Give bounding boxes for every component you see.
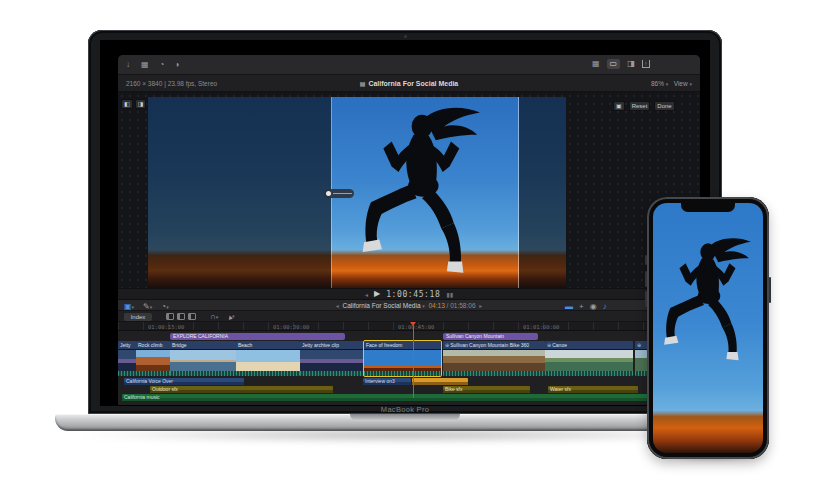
clip-thumbnail <box>443 350 545 371</box>
playhead[interactable] <box>413 322 414 398</box>
view-caret-icon: ▾ <box>689 81 692 87</box>
clip-audio-waveform <box>545 371 633 376</box>
timeline-clip[interactable]: Jetty archive clip <box>300 341 364 376</box>
timeline-nav: ◂ California For Social Media ▾ 04:13 / … <box>118 302 700 309</box>
globe-360-icon: ⊕ <box>445 342 449 348</box>
crop-mode-icon[interactable]: ▣ <box>613 101 625 111</box>
compare-left-icon[interactable]: ◧ <box>121 99 133 109</box>
background-tasks-icon[interactable]: ◔ <box>160 60 165 70</box>
timeline-clip[interactable]: ⊕Sullivan Canyon Mountain Bike 360 <box>443 341 545 376</box>
project-icon: ▤ <box>360 79 366 89</box>
trim-start-icon[interactable] <box>166 313 174 320</box>
skip-back-icon[interactable]: ◂ <box>365 291 368 298</box>
slider-knob[interactable] <box>326 191 331 196</box>
magnet-snap-icon[interactable]: ∩▾ <box>210 312 218 322</box>
audio-clip[interactable]: Bike sfx <box>443 386 530 393</box>
music-clip[interactable]: California music <box>122 394 696 401</box>
play-icon[interactable]: ▶ <box>374 289 380 299</box>
clip-audio-waveform <box>300 371 364 376</box>
trim-end-icon[interactable] <box>188 313 196 320</box>
ruler-label: 01:00:45:00 <box>398 324 434 330</box>
compare-right-icon[interactable]: ◨ <box>135 99 147 109</box>
clip-audio-waveform <box>136 371 170 376</box>
power-button <box>769 277 771 303</box>
reset-button[interactable]: Reset <box>629 101 651 111</box>
volume-down-button <box>645 291 647 307</box>
zoom-level-dropdown[interactable]: 86% <box>651 80 664 87</box>
done-button[interactable]: Done <box>654 101 674 111</box>
webcam-dot <box>404 35 407 38</box>
trim-selection-icon[interactable] <box>177 313 185 320</box>
zoom-caret-icon: ▾ <box>666 81 669 87</box>
inspector-toggle-icon[interactable]: ◨ <box>627 59 635 69</box>
macbook-lid: ↓ ▦ ◔ ◗ ▦ ▭ ◨ ↑ 2160 × 3840 | 23.98 fps,… <box>88 30 722 414</box>
volume-up-button <box>645 271 647 287</box>
toolbar-left-group: ↓ ▦ ◔ ◗ <box>126 60 180 70</box>
prev-project-icon[interactable]: ◂ <box>336 303 339 309</box>
clip-thumbnail <box>170 350 236 371</box>
viewer-zoom-controls: 86% ▾ View ▾ <box>651 80 692 87</box>
audio-clip-highlighted[interactable] <box>412 378 468 385</box>
timeline-ruler[interactable]: 01:00:15:00 01:00:30:00 01:00:45:00 01:0… <box>118 322 700 331</box>
timeline-clips-area: EXPLORE CALIFORNIA Sullivan Canyon Mount… <box>118 331 700 405</box>
video-dimmed-left <box>148 97 331 288</box>
audio-clip[interactable]: Water sfx <box>548 386 638 393</box>
audio-clip[interactable]: Outdoor sfx <box>150 386 333 393</box>
iphone-notch <box>681 203 735 212</box>
index-button[interactable]: Index <box>124 313 152 321</box>
timeline-clip[interactable]: Beach <box>236 341 300 376</box>
clip-thumbnail <box>364 350 441 371</box>
project-caret-icon: ▾ <box>422 303 425 309</box>
transport-bar: ◂ ▶ 1:00:45:18 ▮▮ <box>118 288 700 300</box>
audio-clip[interactable]: Interview on3 <box>363 378 411 385</box>
keyword-range[interactable]: Sullivan Canyon Mountain <box>443 333 538 340</box>
viewer-overlay-buttons: ◧ ◨ <box>121 99 146 109</box>
clip-thumbnail <box>236 350 300 371</box>
share-icon[interactable]: ↑ <box>642 60 650 68</box>
view-dropdown[interactable]: View <box>674 80 688 87</box>
mute-switch <box>645 255 647 265</box>
video-frame <box>148 97 566 288</box>
viewer-info-bar: 2160 × 3840 | 23.98 fps, Stereo ▤Califor… <box>118 75 700 92</box>
clip-audio-waveform <box>118 371 136 376</box>
keyword-editor-icon[interactable]: ▦ <box>141 60 149 70</box>
jumping-woman-silhouette <box>657 235 759 369</box>
timeline-project-name[interactable]: California For Social Media <box>342 302 420 309</box>
timeline-clip[interactable]: Bridge <box>170 341 236 376</box>
import-media-icon[interactable]: ↓ <box>126 60 130 70</box>
timeline-toggle-icon[interactable]: ▭ <box>607 59 621 69</box>
iphone <box>647 197 769 459</box>
video-dimmed-right <box>519 97 566 288</box>
trim-buttons <box>166 313 196 320</box>
tool-selectors: ∩▾ ▴▾ <box>210 312 235 322</box>
macbook-pro-label: MacBook Pro <box>88 405 722 414</box>
timeline-clip-selected[interactable]: Face of freedom <box>364 341 441 376</box>
clip-audio-waveform <box>443 371 545 376</box>
effects-browser-icon[interactable]: ◗ <box>175 60 180 70</box>
timeline-clip[interactable]: ⊕Canoe <box>545 341 633 376</box>
viewer-pane: ◧ ◨ ▣ Reset Done <box>118 92 700 288</box>
timeline-tools-row: Index ∩▾ ▴▾ <box>118 311 700 322</box>
jumping-woman-silhouette <box>353 103 491 285</box>
final-cut-pro-window: ↓ ▦ ◔ ◗ ▦ ▭ ◨ ↑ 2160 × 3840 | 23.98 fps,… <box>118 55 700 405</box>
browser-toggle-icon[interactable]: ▦ <box>592 59 600 69</box>
clip-audio-waveform <box>364 371 441 376</box>
globe-360-icon: ⊕ <box>547 342 551 348</box>
app-toolbar: ↓ ▦ ◔ ◗ ▦ ▭ ◨ ↑ <box>118 55 700 75</box>
clip-audio-waveform <box>170 371 236 376</box>
timeline-clip[interactable]: Rock climb <box>136 341 170 376</box>
elapsed-time: 04:13 <box>428 302 444 309</box>
timeline-clip[interactable]: Jetty <box>118 341 136 376</box>
clip-thumbnail <box>545 350 633 371</box>
toolbar-right-group: ▦ ▭ ◨ ↑ <box>592 59 650 69</box>
crop-position-slider[interactable] <box>324 189 354 198</box>
project-title: ▤California For Social Media <box>118 79 700 89</box>
lid-groove <box>350 414 460 421</box>
next-project-icon[interactable]: ▸ <box>479 303 482 309</box>
ruler-label: 01:01:00:00 <box>523 324 559 330</box>
total-duration: / 01:58:06 <box>447 302 476 309</box>
keyword-range[interactable]: EXPLORE CALIFORNIA <box>170 333 345 340</box>
loop-icon[interactable]: ▮▮ <box>446 291 453 298</box>
audio-clip[interactable]: California Voice Over <box>124 378 244 385</box>
marketing-scene: ↓ ▦ ◔ ◗ ▦ ▭ ◨ ↑ 2160 × 3840 | 23.98 fps,… <box>0 0 819 485</box>
